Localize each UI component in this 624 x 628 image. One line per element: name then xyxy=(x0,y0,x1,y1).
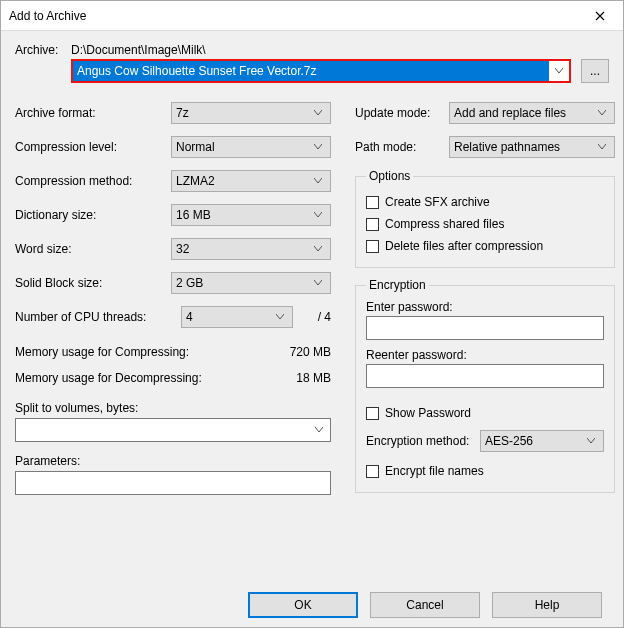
titlebar: Add to Archive xyxy=(1,1,623,31)
encryption-method-value: AES-256 xyxy=(485,434,583,448)
sfx-label: Create SFX archive xyxy=(385,195,490,209)
compression-level-value: Normal xyxy=(176,140,310,154)
chevron-down-icon xyxy=(314,178,322,184)
ok-button[interactable]: OK xyxy=(248,592,358,618)
compression-method-label: Compression method: xyxy=(15,174,171,188)
chevron-down-icon xyxy=(314,246,322,252)
options-legend: Options xyxy=(366,169,413,183)
chevron-down-icon xyxy=(276,314,284,320)
cpu-threads-label: Number of CPU threads: xyxy=(15,310,171,324)
help-button[interactable]: Help xyxy=(492,592,602,618)
dialog-footer: OK Cancel Help xyxy=(0,592,624,618)
encrypt-names-checkbox[interactable] xyxy=(366,465,379,478)
close-icon xyxy=(595,11,605,21)
chevron-down-icon xyxy=(598,144,606,150)
options-group: Options Create SFX archive Compress shar… xyxy=(355,169,615,268)
archive-format-select[interactable]: 7z xyxy=(171,102,331,124)
encryption-group: Encryption Enter password: Reenter passw… xyxy=(355,278,615,493)
mem-decompress-value: 18 MB xyxy=(296,371,331,387)
archive-path: D:\Document\Image\Milk\ xyxy=(71,43,206,57)
dictionary-size-label: Dictionary size: xyxy=(15,208,171,222)
path-mode-value: Relative pathnames xyxy=(454,140,594,154)
chevron-down-icon xyxy=(555,68,563,74)
chevron-down-icon xyxy=(587,438,595,444)
close-button[interactable] xyxy=(577,1,623,31)
archive-format-label: Archive format: xyxy=(15,106,171,120)
encryption-method-label: Encryption method: xyxy=(366,434,469,448)
reenter-password-label: Reenter password: xyxy=(366,348,467,362)
compression-level-select[interactable]: Normal xyxy=(171,136,331,158)
encryption-method-select[interactable]: AES-256 xyxy=(480,430,604,452)
add-to-archive-dialog: Add to Archive Archive: D:\Document\Imag… xyxy=(0,0,624,628)
reenter-password-input[interactable] xyxy=(366,364,604,388)
archive-label: Archive: xyxy=(15,43,71,57)
cpu-threads-select[interactable]: 4 xyxy=(181,306,293,328)
path-mode-label: Path mode: xyxy=(355,140,449,154)
compression-method-select[interactable]: LZMA2 xyxy=(171,170,331,192)
mem-compress-label: Memory usage for Compressing: xyxy=(15,345,189,361)
cancel-button[interactable]: Cancel xyxy=(370,592,480,618)
left-column: Archive format: 7z Compression level: No… xyxy=(15,101,331,503)
show-password-checkbox[interactable] xyxy=(366,407,379,420)
word-size-label: Word size: xyxy=(15,242,171,256)
show-password-label: Show Password xyxy=(385,406,471,420)
chevron-down-icon xyxy=(314,144,322,150)
cancel-label: Cancel xyxy=(406,598,443,612)
enter-password-label: Enter password: xyxy=(366,300,453,314)
enter-password-input[interactable] xyxy=(366,316,604,340)
word-size-select[interactable]: 32 xyxy=(171,238,331,260)
split-volumes-input[interactable] xyxy=(15,418,331,442)
shared-label: Compress shared files xyxy=(385,217,504,231)
solid-block-value: 2 GB xyxy=(176,276,310,290)
archive-name-value: Angus Cow Silhouette Sunset Free Vector.… xyxy=(73,61,549,81)
cpu-threads-value: 4 xyxy=(186,310,272,324)
dictionary-size-value: 16 MB xyxy=(176,208,310,222)
compression-method-value: LZMA2 xyxy=(176,174,310,188)
update-mode-label: Update mode: xyxy=(355,106,449,120)
split-volumes-label: Split to volumes, bytes: xyxy=(15,401,331,415)
update-mode-select[interactable]: Add and replace files xyxy=(449,102,615,124)
dictionary-size-select[interactable]: 16 MB xyxy=(171,204,331,226)
update-mode-value: Add and replace files xyxy=(454,106,594,120)
encryption-legend: Encryption xyxy=(366,278,429,292)
browse-label: ... xyxy=(590,64,600,78)
compression-level-label: Compression level: xyxy=(15,140,171,154)
word-size-value: 32 xyxy=(176,242,310,256)
mem-decompress-label: Memory usage for Decompressing: xyxy=(15,371,202,387)
archive-name-dropdown[interactable] xyxy=(549,61,569,81)
archive-format-value: 7z xyxy=(176,106,310,120)
chevron-down-icon xyxy=(314,280,322,286)
chevron-down-icon xyxy=(314,110,322,116)
help-label: Help xyxy=(535,598,560,612)
mem-compress-value: 720 MB xyxy=(290,345,331,361)
cpu-threads-max: / 4 xyxy=(299,310,331,324)
solid-block-select[interactable]: 2 GB xyxy=(171,272,331,294)
browse-button[interactable]: ... xyxy=(581,59,609,83)
parameters-input[interactable] xyxy=(15,471,331,495)
ok-label: OK xyxy=(294,598,311,612)
archive-name-combo[interactable]: Angus Cow Silhouette Sunset Free Vector.… xyxy=(71,59,571,83)
chevron-down-icon xyxy=(315,427,323,433)
delete-after-checkbox[interactable] xyxy=(366,240,379,253)
chevron-down-icon xyxy=(314,212,322,218)
parameters-label: Parameters: xyxy=(15,454,331,468)
right-column: Update mode: Add and replace files Path … xyxy=(355,101,615,503)
sfx-checkbox[interactable] xyxy=(366,196,379,209)
encrypt-names-label: Encrypt file names xyxy=(385,464,484,478)
solid-block-label: Solid Block size: xyxy=(15,276,171,290)
chevron-down-icon xyxy=(598,110,606,116)
window-title: Add to Archive xyxy=(9,9,86,23)
shared-checkbox[interactable] xyxy=(366,218,379,231)
path-mode-select[interactable]: Relative pathnames xyxy=(449,136,615,158)
delete-after-label: Delete files after compression xyxy=(385,239,543,253)
